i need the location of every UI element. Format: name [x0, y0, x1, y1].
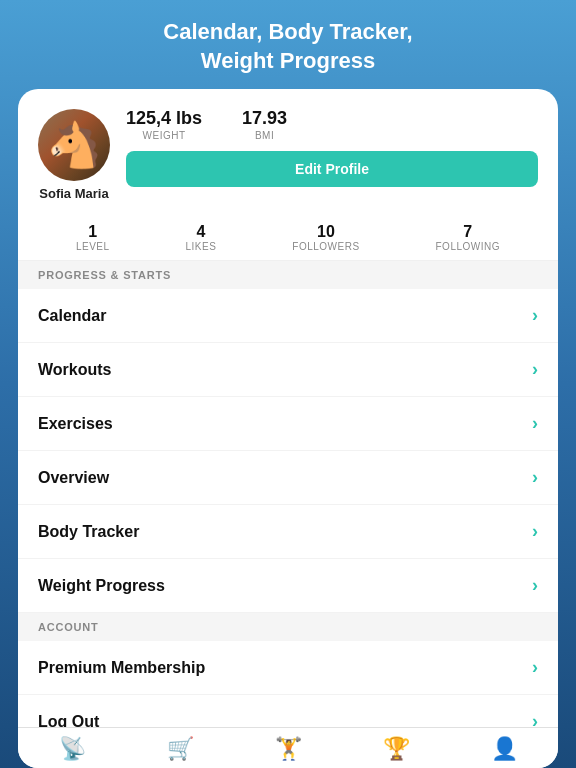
menu-item-overview[interactable]: Overview › — [18, 451, 558, 505]
bmi-stat: 17.93 BMI — [242, 109, 287, 141]
menu-label-exercises: Exercises — [38, 415, 113, 433]
chevron-icon-body-tracker: › — [532, 521, 538, 542]
menu-label-body-tracker: Body Tracker — [38, 523, 139, 541]
tab-workout[interactable]: 🏋️ — [266, 736, 310, 762]
tab-profile[interactable]: 👤 — [482, 736, 526, 762]
avatar — [38, 109, 110, 181]
tab-bar: 📡 🛒 🏋️ 🏆 👤 — [18, 727, 558, 768]
feed-icon: 📡 — [59, 736, 86, 762]
workout-icon: 🏋️ — [275, 736, 302, 762]
tab-shop[interactable]: 🛒 — [158, 736, 202, 762]
weight-value: 125,4 lbs — [126, 109, 202, 129]
menu-item-premium[interactable]: Premium Membership › — [18, 641, 558, 695]
profile-section: Sofia Maria 125,4 lbs WEIGHT 17.93 BMI E… — [18, 89, 558, 211]
menu-label-weight-progress: Weight Progress — [38, 577, 165, 595]
menu-item-exercises[interactable]: Exercises › — [18, 397, 558, 451]
menu-item-weight-progress[interactable]: Weight Progress › — [18, 559, 558, 613]
section-header-progress: PROGRESS & STARTS — [18, 261, 558, 289]
likes-stat: 4 LIKES — [186, 223, 217, 252]
followers-value: 10 — [292, 223, 359, 241]
following-label: FOLLOWING — [436, 241, 501, 252]
chevron-icon-calendar: › — [532, 305, 538, 326]
followers-stat: 10 FOLLOWERS — [292, 223, 359, 252]
profile-icon: 👤 — [491, 736, 518, 762]
likes-label: LIKES — [186, 241, 217, 252]
bmi-label: BMI — [242, 130, 287, 141]
level-value: 1 — [76, 223, 110, 241]
edit-profile-button[interactable]: Edit Profile — [126, 151, 538, 187]
following-value: 7 — [436, 223, 501, 241]
chevron-icon-weight-progress: › — [532, 575, 538, 596]
menu-label-calendar: Calendar — [38, 307, 106, 325]
tab-feed[interactable]: 📡 — [50, 736, 94, 762]
followers-label: FOLLOWERS — [292, 241, 359, 252]
weight-bmi-row: 125,4 lbs WEIGHT 17.93 BMI — [126, 109, 538, 141]
level-label: LEVEL — [76, 241, 110, 252]
chevron-icon-exercises: › — [532, 413, 538, 434]
chevron-icon-workouts: › — [532, 359, 538, 380]
main-card: Sofia Maria 125,4 lbs WEIGHT 17.93 BMI E… — [18, 89, 558, 768]
chevron-icon-overview: › — [532, 467, 538, 488]
menu-item-calendar[interactable]: Calendar › — [18, 289, 558, 343]
weight-label: WEIGHT — [126, 130, 202, 141]
shop-icon: 🛒 — [167, 736, 194, 762]
likes-value: 4 — [186, 223, 217, 241]
tab-trophy[interactable]: 🏆 — [374, 736, 418, 762]
level-stat: 1 LEVEL — [76, 223, 110, 252]
chevron-icon-premium: › — [532, 657, 538, 678]
app-title: Calendar, Body Tracker,Weight Progress — [123, 0, 452, 89]
user-name: Sofia Maria — [38, 186, 110, 201]
menu-item-body-tracker[interactable]: Body Tracker › — [18, 505, 558, 559]
menu-label-overview: Overview — [38, 469, 109, 487]
social-row: 1 LEVEL 4 LIKES 10 FOLLOWERS 7 FOLLOWING — [18, 211, 558, 261]
weight-stat: 125,4 lbs WEIGHT — [126, 109, 202, 141]
bmi-value: 17.93 — [242, 109, 287, 129]
trophy-icon: 🏆 — [383, 736, 410, 762]
avatar-wrap: Sofia Maria — [38, 109, 110, 201]
profile-stats: 125,4 lbs WEIGHT 17.93 BMI Edit Profile — [126, 109, 538, 187]
following-stat: 7 FOLLOWING — [436, 223, 501, 252]
menu-label-workouts: Workouts — [38, 361, 111, 379]
menu-label-premium: Premium Membership — [38, 659, 205, 677]
section-header-account: ACCOUNT — [18, 613, 558, 641]
menu-item-workouts[interactable]: Workouts › — [18, 343, 558, 397]
